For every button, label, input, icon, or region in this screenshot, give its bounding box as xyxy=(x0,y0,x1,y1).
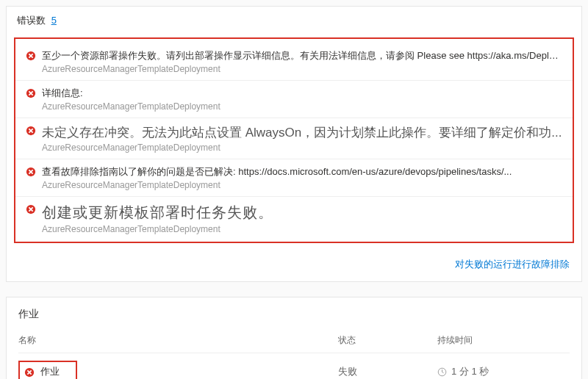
error-item[interactable]: 查看故障排除指南以了解你的问题是否已解决: https://docs.micro… xyxy=(15,159,573,197)
error-title-row: 详细信息: xyxy=(26,87,562,100)
job-duration: 1 分 1 秒 xyxy=(451,365,489,378)
error-item[interactable]: 创建或更新模板部署时任务失败。AzureResourceManagerTempl… xyxy=(15,197,573,240)
error-icon xyxy=(26,167,36,177)
col-header-status: 状态 xyxy=(338,334,437,347)
error-title-row: 未定义存在冲突。无法为此站点设置 AlwaysOn，因为计划禁止此操作。要详细了… xyxy=(26,124,562,141)
error-title: 创建或更新模板部署时任务失败。 xyxy=(42,203,562,223)
error-title: 查看故障排除指南以了解你的问题是否已解决: https://docs.micro… xyxy=(42,165,562,178)
job-duration-cell: 1 分 1 秒 xyxy=(437,365,570,378)
errors-panel: 错误数 5 至少一个资源部署操作失败。请列出部署操作显示详细信息。有关用法详细信… xyxy=(6,6,582,282)
error-source: AzureResourceManagerTemplateDeployment xyxy=(42,180,562,190)
error-icon xyxy=(26,88,36,98)
error-title: 未定义存在冲突。无法为此站点设置 AlwaysOn，因为计划禁止此操作。要详细了… xyxy=(42,124,562,141)
error-source: AzureResourceManagerTemplateDeployment xyxy=(42,64,562,74)
error-icon xyxy=(26,126,36,136)
error-icon xyxy=(26,51,36,61)
errors-header: 错误数 5 xyxy=(7,7,581,35)
error-icon xyxy=(24,367,35,378)
error-count-link[interactable]: 5 xyxy=(51,15,57,26)
error-title: 详细信息: xyxy=(42,87,562,100)
job-name-cell: 作业 xyxy=(18,361,338,379)
troubleshoot-link[interactable]: 对失败的运行进行故障排除 xyxy=(455,259,570,270)
jobs-heading: 作业 xyxy=(18,308,570,321)
error-source: AzureResourceManagerTemplateDeployment xyxy=(42,101,562,112)
troubleshoot-row: 对失败的运行进行故障排除 xyxy=(7,250,581,281)
table-row[interactable]: 作业失败1 分 1 秒 xyxy=(18,353,570,379)
jobs-table-header: 名称 状态 持续时间 xyxy=(18,334,570,353)
errors-list-highlight: 至少一个资源部署操作失败。请列出部署操作显示详细信息。有关用法详细信息，请参阅 … xyxy=(14,37,574,243)
error-item[interactable]: 至少一个资源部署操作失败。请列出部署操作显示详细信息。有关用法详细信息，请参阅 … xyxy=(15,43,573,81)
col-header-name: 名称 xyxy=(18,334,338,347)
jobs-panel: 作业 名称 状态 持续时间 作业失败1 分 1 秒 xyxy=(6,297,582,379)
error-source: AzureResourceManagerTemplateDeployment xyxy=(42,224,562,234)
job-name-highlight: 作业 xyxy=(18,361,77,379)
error-count-label: 错误数 xyxy=(17,15,46,26)
job-status: 失败 xyxy=(338,365,437,378)
error-icon xyxy=(26,204,36,214)
error-title-row: 至少一个资源部署操作失败。请列出部署操作显示详细信息。有关用法详细信息，请参阅 … xyxy=(26,49,562,62)
error-item[interactable]: 未定义存在冲突。无法为此站点设置 AlwaysOn，因为计划禁止此操作。要详细了… xyxy=(15,118,573,159)
clock-icon xyxy=(437,367,447,377)
error-item[interactable]: 详细信息:AzureResourceManagerTemplateDeploym… xyxy=(15,81,573,118)
error-source: AzureResourceManagerTemplateDeployment xyxy=(42,142,562,153)
error-title: 至少一个资源部署操作失败。请列出部署操作显示详细信息。有关用法详细信息，请参阅 … xyxy=(42,49,562,62)
col-header-duration: 持续时间 xyxy=(437,334,570,347)
error-title-row: 创建或更新模板部署时任务失败。 xyxy=(26,203,562,223)
job-name: 作业 xyxy=(40,365,60,378)
error-title-row: 查看故障排除指南以了解你的问题是否已解决: https://docs.micro… xyxy=(26,165,562,178)
